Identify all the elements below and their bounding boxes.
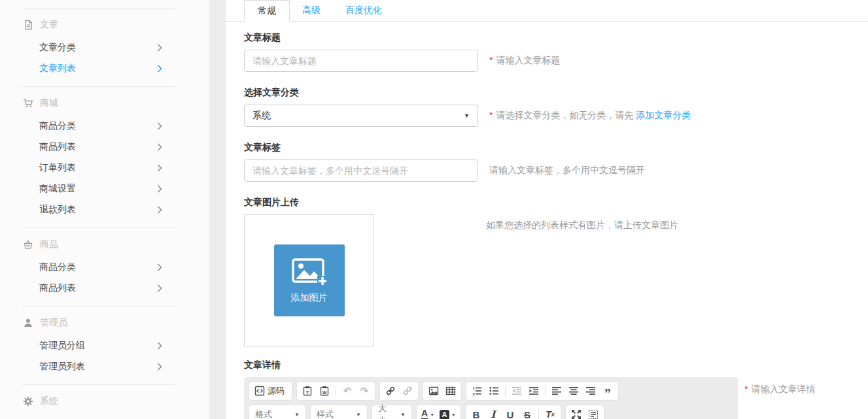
align-right-icon (585, 386, 596, 396)
chevron-right-icon (157, 122, 162, 130)
outdent-button[interactable] (509, 383, 525, 399)
selected-category-value: 系统 (252, 110, 271, 122)
sidebar-item-product-list[interactable]: 商品列表 (0, 278, 209, 299)
remove-format-button[interactable]: Tx (542, 407, 558, 419)
cart-icon (23, 98, 33, 109)
paste-as-text-button[interactable]: T (300, 383, 315, 399)
sidebar-group-label: 商品 (40, 239, 58, 250)
sidebar-item-admin-group[interactable]: 管理员分组 (0, 335, 209, 356)
align-left-button[interactable] (549, 383, 564, 399)
strikethrough-button[interactable]: S (519, 407, 535, 419)
sidebar-item-mall-settings[interactable]: 商城设置 (0, 178, 209, 199)
show-blocks-button[interactable] (585, 407, 601, 419)
article-tags-hint: 请输入文章标签，多个用中文逗号隔开 (489, 165, 645, 176)
article-content-hint: *请输入文章详情 (744, 384, 815, 395)
text-color-button[interactable]: A ▼ (419, 407, 436, 419)
paste-from-word-button[interactable]: W (317, 383, 332, 399)
row-article-tags: 文章标签 请输入文章标签，多个用中文逗号隔开 (244, 142, 868, 182)
insert-image-button[interactable] (426, 383, 442, 399)
article-title-input[interactable] (244, 50, 478, 72)
article-content-label: 文章详情 (244, 360, 868, 371)
unordered-list-button[interactable] (486, 383, 502, 399)
link-button[interactable] (383, 383, 398, 399)
row-article-title: 文章标题 *请输入文章标题 (244, 32, 868, 72)
blockquote-icon: ” (604, 384, 611, 397)
sidebar-item-product-category[interactable]: 商品分类 (0, 257, 209, 278)
styles-dropdown[interactable]: 样式 ▼ (310, 405, 368, 419)
sidebar-item-goods-category[interactable]: 商品分类 (0, 116, 209, 137)
article-category-select[interactable]: 系统 ▼ (244, 105, 478, 127)
maximize-icon (571, 409, 582, 419)
sidebar-item-basic-info[interactable]: 基本信息 (0, 414, 209, 419)
add-image-button[interactable]: 添加图片 (274, 244, 345, 316)
sidebar-group-system-header[interactable]: 系统 (0, 385, 209, 414)
image-plus-icon (291, 258, 328, 288)
bg-color-icon: A (440, 410, 449, 419)
sidebar-group-admin-header[interactable]: 管理员 (0, 307, 209, 335)
toolbar-separator (336, 386, 336, 397)
tab-advanced[interactable]: 高级 (290, 0, 333, 21)
blockquote-button[interactable]: ” (600, 383, 616, 399)
required-asterisk: * (489, 55, 493, 65)
align-right-button[interactable] (583, 383, 599, 399)
indent-button[interactable] (526, 383, 542, 399)
sidebar-group-mall-header[interactable]: 商城 (0, 87, 209, 116)
bg-color-button[interactable]: A ▼ (438, 407, 458, 419)
sidebar-group-product: 商品 商品分类 商品列表 (0, 228, 209, 306)
row-article-content: 文章详情 源码 T (244, 360, 868, 419)
article-title-label: 文章标题 (244, 32, 868, 44)
add-image-button-label: 添加图片 (291, 292, 328, 304)
chevron-down-icon: ▼ (430, 412, 434, 417)
unordered-list-icon (489, 386, 499, 396)
toolbar-separator (505, 386, 506, 397)
svg-text:T: T (306, 390, 309, 395)
required-asterisk: * (489, 110, 493, 120)
sidebar-content-gap (209, 0, 226, 419)
basket-icon (23, 239, 33, 250)
chevron-right-icon (157, 342, 162, 350)
size-dropdown[interactable]: 大小 ▼ (372, 405, 412, 419)
sidebar-item-admin-list[interactable]: 管理员列表 (0, 356, 209, 377)
tab-bar: 常规 高级 百度优化 (226, 0, 868, 22)
redo-button[interactable]: ↷ (356, 383, 372, 399)
underline-button[interactable]: U (502, 407, 518, 419)
chevron-right-icon (157, 164, 162, 172)
source-code-icon (254, 386, 265, 396)
sidebar-item-article-list[interactable]: 文章列表 (0, 58, 209, 79)
bold-button[interactable]: B (468, 407, 484, 419)
chevron-right-icon (157, 65, 162, 73)
svg-text:W: W (322, 390, 327, 395)
align-center-icon (568, 386, 579, 396)
chevron-down-icon: ▼ (400, 412, 406, 418)
link-icon (385, 386, 396, 396)
sidebar-group-article-header[interactable]: 文章 (0, 8, 209, 37)
show-blocks-icon (588, 409, 599, 419)
ordered-list-button[interactable]: 12 (469, 383, 485, 399)
unlink-button[interactable] (400, 383, 415, 399)
sidebar-group-system: 系统 基本信息 (0, 385, 209, 419)
undo-button[interactable]: ↶ (339, 383, 355, 399)
chevron-right-icon (157, 363, 162, 371)
article-image-label: 文章图片上传 (244, 197, 868, 209)
sidebar-item-refund-list[interactable]: 退款列表 (0, 199, 209, 220)
tab-general[interactable]: 常规 (244, 0, 290, 22)
source-button[interactable]: 源码 (252, 383, 289, 399)
chevron-down-icon: ▼ (464, 112, 470, 119)
italic-button[interactable]: I (485, 407, 501, 419)
tab-baidu-seo[interactable]: 百度优化 (333, 0, 394, 21)
align-center-button[interactable] (566, 383, 582, 399)
sidebar-group-label: 商城 (40, 97, 58, 109)
article-tags-input[interactable] (244, 159, 478, 182)
insert-table-button[interactable] (443, 383, 459, 399)
paste-word-icon: W (319, 386, 330, 396)
sidebar-item-article-category[interactable]: 文章分类 (0, 37, 209, 58)
maximize-button[interactable] (568, 407, 584, 419)
sidebar-item-order-list[interactable]: 订单列表 (0, 158, 209, 178)
outdent-icon (512, 386, 522, 396)
chevron-right-icon (157, 44, 162, 52)
editor-toolbar-row-2: 格式 ▼ 样式 ▼ 大小 ▼ A (249, 405, 733, 419)
sidebar-group-product-header[interactable]: 商品 (0, 228, 209, 257)
add-category-link[interactable]: 添加文章分类 (636, 110, 691, 120)
format-dropdown[interactable]: 格式 ▼ (249, 405, 306, 419)
sidebar-item-goods-list[interactable]: 商品列表 (0, 137, 209, 158)
